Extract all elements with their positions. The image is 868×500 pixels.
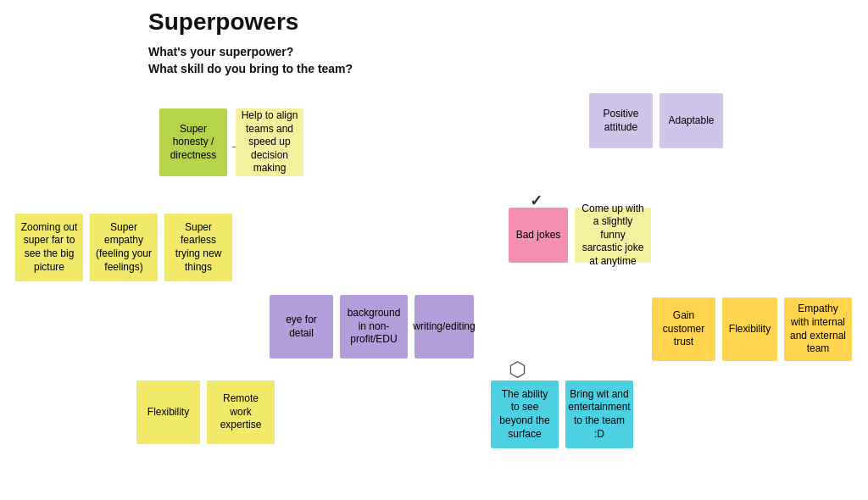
sticky-wit-entertainment[interactable]: Bring wit and entertainment to the team … (565, 381, 633, 448)
sticky-super-honesty[interactable]: Super honesty / directness (159, 108, 227, 176)
sticky-adaptable[interactable]: Adaptable (659, 93, 723, 148)
sticky-positive-attitude[interactable]: Positive attitude (589, 93, 653, 148)
sticky-writing-editing[interactable]: writing/editing (415, 295, 474, 358)
sticky-flexibility-right[interactable]: Flexibility (722, 297, 777, 361)
sticky-ability-beyond[interactable]: The ability to see beyond the surface (491, 381, 559, 448)
sticky-zooming-out[interactable]: Zooming out super far to see the big pic… (15, 214, 83, 281)
sticky-background-nonprofit[interactable]: background in non-profit/EDU (340, 295, 408, 358)
hex-icon: ⬡ (509, 358, 526, 381)
sticky-empathy-internal[interactable]: Empathy with internal and external team (784, 297, 852, 361)
page-title: Superpowers (148, 8, 298, 36)
sticky-sarcastic-joke[interactable]: Come up with a slightly funny sarcastic … (575, 208, 651, 263)
sticky-gain-customer-trust[interactable]: Gain customer trust (652, 297, 715, 361)
sticky-help-align[interactable]: Help to align teams and speed up decisio… (236, 108, 303, 176)
canvas: Superpowers What's your superpower? What… (0, 0, 868, 500)
sticky-bad-jokes[interactable]: Bad jokes (509, 208, 568, 263)
sticky-super-empathy[interactable]: Super empathy (feeling your feelings) (90, 214, 158, 281)
subtitle: What's your superpower? What skill do yo… (148, 44, 353, 77)
sticky-flexibility-left[interactable]: Flexibility (136, 381, 200, 444)
sticky-super-fearless[interactable]: Super fearless trying new things (164, 214, 232, 281)
sticky-remote-work[interactable]: Remote work expertise (207, 381, 275, 444)
sticky-eye-for-detail[interactable]: eye for detail (270, 295, 333, 358)
